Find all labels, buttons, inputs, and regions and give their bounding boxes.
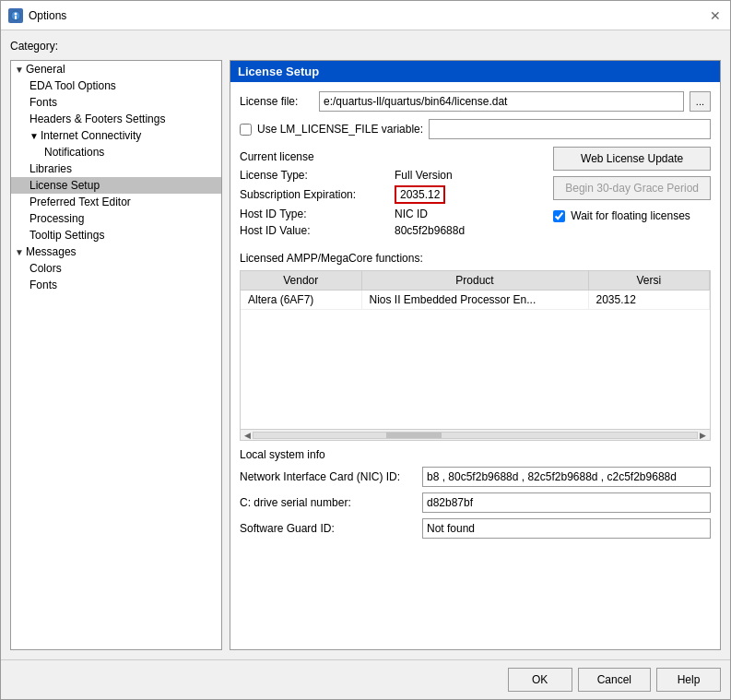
category-label: Category: — [10, 40, 721, 53]
scrollbar-thumb[interactable] — [386, 433, 442, 438]
sidebar-item-headers-footers[interactable]: Headers & Footers Settings — [11, 111, 221, 127]
wait-floating-label: Wait for floating licenses — [571, 209, 690, 222]
wait-floating-row: Wait for floating licenses — [553, 209, 711, 222]
subscription-row: Subscription Expiration: 2035.12 — [240, 185, 546, 204]
cell-version-0: 2035.12 — [589, 291, 711, 309]
sidebar-item-fonts2[interactable]: Fonts — [11, 277, 221, 293]
drive-serial-input[interactable] — [422, 492, 711, 513]
svg-rect-2 — [15, 16, 17, 19]
sidebar-label-eda: EDA Tool Options — [29, 79, 116, 92]
scroll-left-icon[interactable]: ◀ — [242, 431, 253, 440]
wait-floating-checkbox[interactable] — [553, 210, 565, 222]
use-lm-label: Use LM_LICENSE_FILE variable: — [257, 123, 423, 136]
nic-id-row: Network Interface Card (NIC) ID: — [240, 467, 711, 487]
info-grid: License Type: Full Version Subscription … — [240, 169, 546, 237]
table-row: Altera (6AF7) Nios II Embedded Processor… — [241, 291, 710, 310]
license-file-row: License file: ... — [240, 91, 711, 112]
subscription-label: Subscription Expiration: — [240, 188, 387, 201]
host-id-value-label: Host ID Value: — [240, 224, 387, 237]
sidebar-label-messages: Messages — [26, 245, 77, 258]
dialog-buttons: OK Cancel Help — [1, 659, 730, 699]
sidebar-item-tooltip-settings[interactable]: Tooltip Settings — [11, 227, 221, 243]
help-button[interactable]: Help — [656, 668, 721, 692]
sidebar-item-general[interactable]: ▼ General — [11, 61, 221, 77]
scrollbar-track[interactable] — [253, 432, 698, 439]
sidebar-item-internet-connectivity[interactable]: ▼ Internet Connectivity — [11, 127, 221, 144]
license-file-label: License file: — [240, 95, 313, 108]
cell-product-0: Nios II Embedded Processor En... — [362, 291, 589, 309]
sidebar-label-preferred: Preferred Text Editor — [29, 196, 131, 208]
sidebar-item-libraries[interactable]: Libraries — [11, 160, 221, 177]
host-id-type-value: NIC ID — [395, 208, 428, 220]
sidebar-item-eda-tool-options[interactable]: EDA Tool Options — [11, 77, 221, 94]
sidebar-label-fonts2: Fonts — [29, 279, 57, 291]
web-license-button[interactable]: Web License Update — [553, 147, 711, 171]
sidebar-item-processing[interactable]: Processing — [11, 210, 221, 227]
options-window: Options ✕ Category: ▼ General EDA Tool O… — [0, 0, 731, 700]
use-lm-checkbox[interactable] — [240, 124, 252, 136]
use-lm-row: Use LM_LICENSE_FILE variable: — [240, 119, 711, 139]
sidebar-label-colors: Colors — [29, 262, 62, 275]
close-button[interactable]: ✕ — [708, 8, 723, 23]
nic-id-label: Network Interface Card (NIC) ID: — [240, 470, 415, 483]
title-bar: Options ✕ — [1, 1, 730, 30]
sidebar: ▼ General EDA Tool Options Fonts Headers… — [10, 60, 222, 650]
software-guard-input[interactable] — [422, 518, 711, 539]
sidebar-item-colors[interactable]: Colors — [11, 260, 221, 277]
expand-icon-internet: ▼ — [29, 131, 39, 141]
cancel-button[interactable]: Cancel — [578, 668, 651, 692]
subscription-highlight: 2035.12 — [395, 185, 445, 204]
sidebar-label-general: General — [26, 63, 65, 76]
sidebar-label-processing: Processing — [29, 212, 84, 225]
license-file-input[interactable] — [319, 91, 684, 112]
col-header-vendor: Vendor — [241, 271, 362, 290]
local-system-info: Local system info Network Interface Card… — [240, 448, 711, 539]
use-lm-input[interactable] — [429, 119, 711, 139]
sidebar-item-preferred-text-editor[interactable]: Preferred Text Editor — [11, 194, 221, 210]
browse-button[interactable]: ... — [690, 91, 711, 112]
scroll-right-icon[interactable]: ▶ — [698, 431, 708, 440]
sidebar-label-headers: Headers & Footers Settings — [29, 113, 165, 125]
nic-id-input[interactable] — [422, 467, 711, 487]
sidebar-label-notifications: Notifications — [44, 146, 104, 159]
left-info: Current license License Type: Full Versi… — [240, 147, 546, 244]
table-scrollbar[interactable]: ◀ ▶ — [241, 429, 710, 440]
panel-header: License Setup — [230, 61, 720, 82]
sidebar-label-fonts: Fonts — [29, 96, 57, 109]
content-area: Category: ▼ General EDA Tool Options Fon… — [1, 30, 730, 659]
cell-vendor-0: Altera (6AF7) — [241, 291, 362, 309]
col-header-version: Versi — [589, 271, 711, 290]
drive-serial-label: C: drive serial number: — [240, 496, 415, 509]
subscription-value: 2035.12 — [400, 188, 440, 201]
local-system-info-header: Local system info — [240, 448, 711, 461]
software-guard-row: Software Guard ID: — [240, 518, 711, 539]
right-buttons: Web License Update Begin 30-day Grace Pe… — [553, 147, 711, 244]
ok-button[interactable]: OK — [508, 668, 572, 692]
current-license-header: Current license — [240, 150, 546, 163]
current-license-split: Current license License Type: Full Versi… — [240, 147, 711, 244]
window-icon — [8, 8, 23, 23]
grace-period-button[interactable]: Begin 30-day Grace Period — [553, 176, 711, 200]
licensed-functions-table: Vendor Product Versi Altera (6AF7) Nios … — [240, 270, 711, 441]
sidebar-item-license-setup[interactable]: License Setup — [11, 177, 221, 194]
table-header: Vendor Product Versi — [241, 271, 710, 291]
sidebar-item-messages[interactable]: ▼ Messages — [11, 243, 221, 260]
main-pane: ▼ General EDA Tool Options Fonts Headers… — [10, 60, 721, 650]
sidebar-item-notifications[interactable]: Notifications — [11, 144, 221, 160]
sidebar-label-license: License Setup — [29, 179, 100, 192]
sidebar-item-fonts[interactable]: Fonts — [11, 94, 221, 111]
host-id-value-row: Host ID Value: 80c5f2b9688d — [240, 224, 546, 237]
host-id-type-row: Host ID Type: NIC ID — [240, 208, 546, 220]
license-type-value: Full Version — [395, 169, 453, 182]
sidebar-label-tooltip: Tooltip Settings — [29, 229, 104, 242]
title-bar-left: Options — [8, 8, 66, 23]
window-title: Options — [29, 9, 66, 22]
sidebar-label-internet: Internet Connectivity — [41, 129, 141, 142]
licensed-ampp-header: Licensed AMPP/MegaCore functions: — [240, 252, 711, 265]
license-type-row: License Type: Full Version — [240, 169, 546, 182]
svg-point-1 — [15, 12, 18, 15]
col-header-product: Product — [362, 271, 589, 290]
host-id-value: 80c5f2b9688d — [395, 224, 465, 237]
drive-serial-row: C: drive serial number: — [240, 492, 711, 513]
sidebar-label-libraries: Libraries — [29, 162, 72, 175]
